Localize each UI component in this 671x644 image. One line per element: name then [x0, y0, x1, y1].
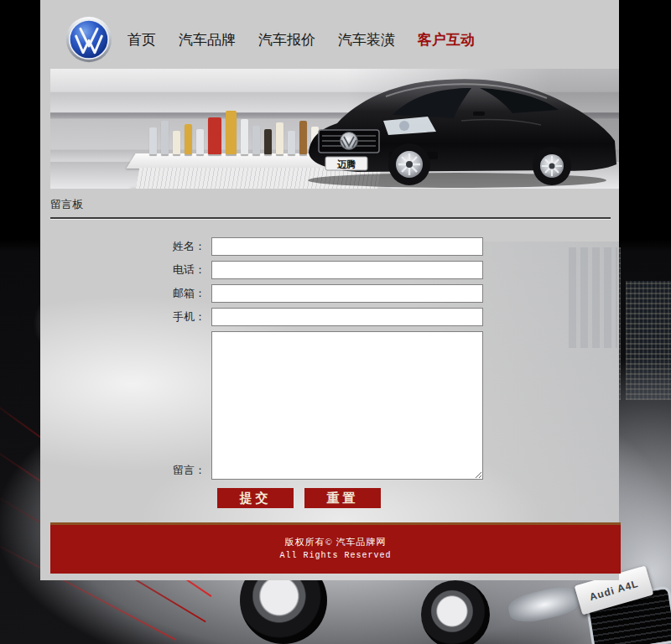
showroom-banner: 迈腾 [50, 69, 619, 189]
form-row-phone: 电话： [40, 261, 619, 279]
trophy [149, 127, 157, 154]
section-divider [50, 217, 611, 220]
reset-button[interactable]: 重置 [304, 488, 381, 508]
phone-label: 电话： [40, 261, 211, 279]
trophy [161, 121, 169, 154]
car-wheel [421, 580, 490, 644]
site-header: 首页 汽车品牌 汽车报价 汽车装潢 客户互动 [40, 0, 619, 69]
vw-logo[interactable] [65, 16, 112, 63]
trophy [208, 117, 221, 154]
form-buttons: 提交 重置 [40, 488, 619, 508]
submit-button[interactable]: 提交 [217, 488, 294, 508]
copyright-text: 版权所有© 汽车品牌网 [50, 536, 621, 548]
site-footer: 版权所有© 汽车品牌网 All Rights Reserved [50, 522, 621, 574]
nav-item-car-decoration[interactable]: 汽车装潢 [338, 30, 395, 49]
background-plate-text: Audi A4L [588, 578, 640, 603]
trophy [196, 129, 204, 154]
banner-license-plate-text: 迈腾 [336, 159, 356, 169]
nav-item-home[interactable]: 首页 [127, 30, 156, 49]
nav-item-customer-interaction[interactable]: 客户互动 [418, 30, 475, 49]
rights-reserved-text: All Rights Reserved [50, 551, 621, 560]
email-input[interactable] [211, 284, 483, 303]
page-content: 首页 汽车品牌 汽车报价 汽车装潢 客户互动 [40, 0, 619, 580]
nav-item-car-quotes[interactable]: 汽车报价 [258, 30, 315, 49]
message-label: 留言： [40, 461, 211, 480]
trophy [252, 126, 260, 154]
phone-input[interactable] [211, 261, 483, 279]
name-label: 姓名： [40, 237, 211, 256]
email-label: 邮箱： [40, 284, 211, 303]
trophy [276, 122, 283, 154]
mobile-label: 手机： [40, 308, 211, 326]
trophy [185, 124, 192, 154]
name-input[interactable] [211, 237, 483, 256]
nav-item-car-brands[interactable]: 汽车品牌 [179, 30, 236, 49]
trophy [288, 131, 295, 154]
message-board-title: 留言板 [50, 197, 83, 212]
message-textarea[interactable] [211, 331, 483, 480]
trophy [264, 129, 272, 154]
form-row-email: 邮箱： [40, 284, 619, 303]
mobile-input[interactable] [211, 308, 483, 326]
trophy [173, 131, 180, 154]
form-row-mobile: 手机： [40, 308, 619, 326]
main-navigation: 首页 汽车品牌 汽车报价 汽车装潢 客户互动 [127, 30, 475, 49]
form-row-name: 姓名： [40, 237, 619, 256]
form-row-message: 留言： [40, 331, 619, 480]
trophy [241, 119, 248, 154]
black-sedan-image: 迈腾 [302, 70, 619, 189]
trophy [226, 111, 237, 154]
message-form: 姓名： 电话： 邮箱： 手机： 留言： 提交 重置 [40, 237, 619, 513]
